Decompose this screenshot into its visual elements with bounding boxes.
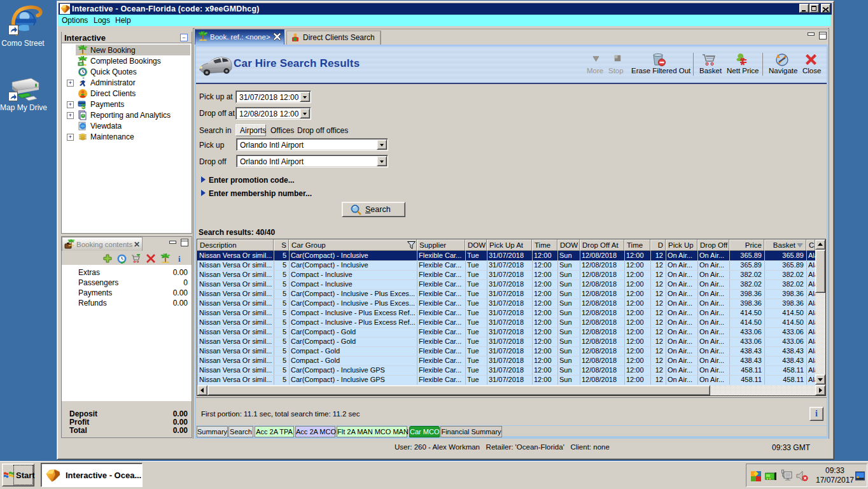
svg-text:$: $ [81, 103, 85, 110]
